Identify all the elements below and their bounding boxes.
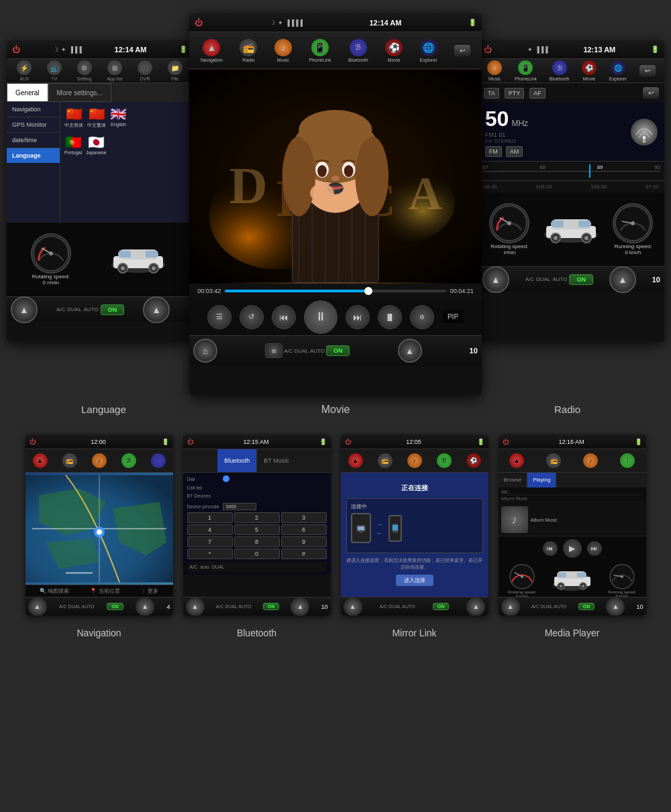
bt-on-btn[interactable]: ON [263,603,280,610]
bt-num-7[interactable]: 7 [187,536,233,547]
nav-on-btn[interactable]: ON [107,603,123,610]
media-on-btn[interactable]: ON [578,603,595,610]
media-track-2[interactable]: Album Music [501,496,643,502]
repeat-btn[interactable]: ↺ [240,305,264,329]
nav-dvr[interactable]: 🎥 DVR [138,60,152,81]
media-icon-radio[interactable]: 📻 [546,453,561,468]
media-knob-left[interactable]: ▲ [501,597,520,616]
flag-chinese-trad[interactable]: 🇨🇳 中文繁体 [87,106,106,129]
media-prev-btn[interactable]: ⏮ [543,541,558,556]
nav-icon-music[interactable]: ♪ [92,453,107,468]
media-tab-browse[interactable]: Browse [499,473,528,487]
nav-setting[interactable]: ⚙ Setting [77,60,92,81]
ta-btn[interactable]: TA [484,88,499,99]
playlist-btn[interactable]: ☰ [207,305,231,329]
right-nav-music[interactable]: ♪ Music [487,60,502,81]
nav-icon-bt[interactable]: ℬ [121,453,136,468]
mirror-knob-right[interactable]: ▲ [466,597,485,616]
am-btn[interactable]: AM [506,146,523,157]
center-fan-btn[interactable]: ≋ [265,343,282,358]
bt-tab-bluetooth[interactable]: Bluetooth [217,449,257,472]
progress-bar-container[interactable] [225,290,446,292]
media-icon-music[interactable]: ♪ [583,453,598,468]
mirror-icon-music[interactable]: ♪ [407,453,422,468]
center-back-btn[interactable]: ↩ [454,45,470,56]
mirror-icon-movie[interactable]: ⚽ [466,453,481,468]
pause-btn[interactable]: ⏸ [304,300,338,334]
nav-file[interactable]: 📁 File [168,60,183,81]
right-knob-right[interactable]: ▲ [609,266,636,293]
media-icon-more[interactable]: ⋮ [620,453,635,468]
flag-japanese[interactable]: 🇯🇵 Japanese [86,134,106,155]
on-btn-left[interactable]: ON [101,304,125,315]
media-tab-playing[interactable]: Playing [527,473,556,487]
nav-aux[interactable]: ⚡ AUX [17,60,32,81]
media-next-btn[interactable]: ⏭ [587,541,602,556]
nav-tab-locate[interactable]: 📍 当前位置 [90,587,119,595]
nav-tab-more2[interactable]: ⋮ 更多 [141,587,158,595]
nav-knob-left[interactable]: ▲ [28,597,47,616]
bt-num-8[interactable]: 8 [234,536,280,547]
fm-btn[interactable]: FM [485,146,502,157]
mirror-on-btn[interactable]: ON [433,603,450,610]
bt-num-9[interactable]: 9 [281,536,327,547]
bt-num-4[interactable]: 4 [187,524,233,535]
bt-num-1[interactable]: 1 [187,512,233,523]
right-back-btn[interactable]: ↩ [639,65,656,76]
mirror-icon-bt[interactable]: ℬ [437,453,452,468]
right-nav-movie[interactable]: ⚽ Movie [582,60,597,81]
sidebar-gps[interactable]: GPS Monitor [7,117,60,133]
bt-num-hash[interactable]: # [281,548,327,559]
pty-btn[interactable]: PTY [505,88,525,99]
center-knob-vol[interactable]: ▲ [398,339,422,363]
sidebar-navigation[interactable]: Navigation [7,102,60,117]
bt-knob-right[interactable]: ▲ [291,597,309,616]
nav-icon-more[interactable]: ⋮ [151,453,166,468]
nav-icon-nav[interactable]: ▲ [33,453,48,468]
center-nav-radio[interactable]: 📻 Radio [240,39,257,62]
right-nav-bluetooth[interactable]: ℬ Bluetooth [550,60,570,81]
bt-num-5[interactable]: 5 [234,524,280,535]
right-on-btn[interactable]: ON [569,274,593,285]
bt-num-0[interactable]: 0 [234,548,280,559]
mirror-connect-btn[interactable]: 进入连接 [396,575,433,586]
lang-tab-general[interactable]: General [7,83,48,102]
center-nav-music[interactable]: ♪ Music [274,39,292,62]
nav-tab-search[interactable]: 🔍 地图搜索 [40,587,69,595]
flag-chinese-simple[interactable]: 🇨🇳 中文简体 [64,106,83,129]
right-nav-explorer[interactable]: 🌐 Explorer [609,60,627,81]
center-nav-movie[interactable]: ⚽ Movie [385,39,403,62]
eq-btn[interactable]: ▐▌ [378,305,402,329]
center-nav-explorer[interactable]: 🌐 Explorer [420,39,437,62]
pip-btn[interactable]: PIP [442,310,464,323]
media-play-btn[interactable]: ▶ [563,539,582,558]
flag-english[interactable]: 🇬🇧 English [110,106,127,129]
settings-btn[interactable]: ⚙ [410,305,434,329]
nav-applist[interactable]: ⊞ App list [107,60,122,81]
nav-knob-right[interactable]: ▲ [136,597,154,616]
sidebar-language[interactable]: Language [7,148,60,163]
sidebar-datetime[interactable]: date/time [7,133,60,148]
af-btn[interactable]: AF [529,88,546,99]
mirror-icon-radio[interactable]: 📻 [378,453,393,468]
bt-num-3[interactable]: 3 [281,512,327,523]
center-nav-navigation[interactable]: ▲ Navigation [201,39,223,62]
left-knob-left[interactable]: ▲ [11,296,38,323]
next-btn[interactable]: ⏭ [346,305,370,329]
bt-num-star[interactable]: * [187,548,233,559]
media-track-1[interactable]: Alb.. [501,489,643,496]
left-knob-right[interactable]: ▲ [143,296,170,323]
right-nav-phonelink[interactable]: 📱 PhoneLink [515,60,537,81]
lang-tab-more[interactable]: More settings... [48,83,111,102]
bt-knob-left[interactable]: ▲ [186,597,205,616]
mirror-icon-nav[interactable]: ▲ [348,453,363,468]
center-nav-phonelink[interactable]: 📱 PhoneLink [309,39,331,62]
center-nav-bluetooth[interactable]: ℬ Bluetooth [348,39,368,62]
center-on-btn[interactable]: ON [326,345,350,356]
bt-passcode-input[interactable] [223,503,256,510]
media-icon-nav[interactable]: ▲ [509,453,524,468]
center-knob-home[interactable]: ⌂ [193,339,217,363]
bt-tab-music[interactable]: BT Music [257,449,295,472]
radio-back-btn[interactable]: ↩ [643,87,659,99]
media-knob-right[interactable]: ▲ [606,597,625,616]
